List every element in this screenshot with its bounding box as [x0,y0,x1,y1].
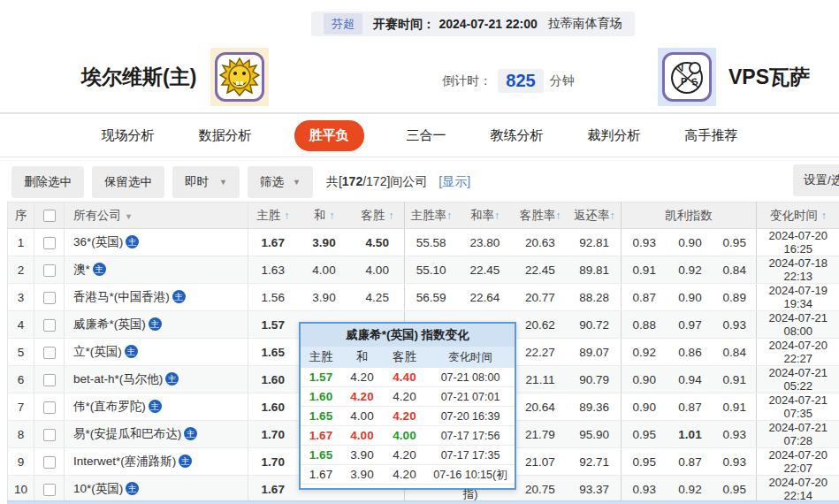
keep-selected-button[interactable]: 保留选中 [92,166,164,198]
draw-odds[interactable]: 3.90 [298,229,351,256]
company-cell[interactable]: 香港马*(中国香港)主 [65,284,248,311]
instant-dropdown[interactable]: 即时 ▼ [172,166,240,198]
col-company[interactable]: 所有公司▼ [65,202,248,229]
sort-asc-icon: ↑ [821,210,827,222]
row-checkbox[interactable] [43,319,56,332]
row-checkbox[interactable] [43,429,56,441]
company-cell[interactable]: bet-at-h*(马尔他)主 [65,366,248,393]
row-checkbox[interactable] [43,401,56,414]
row-checkbox-cell [34,421,65,448]
countdown-label: 倒计时： [442,73,492,89]
table-row[interactable]: 136*(英国)主1.673.904.5055.5823.8020.6392.8… [8,229,839,256]
home-odds[interactable]: 1.70 [248,421,298,448]
row-checkbox[interactable] [43,237,56,249]
col-home-odds[interactable]: 主胜 ↑ [248,202,298,229]
tab-expert-picks[interactable]: 高手推荐 [683,120,740,151]
tab-live-analysis[interactable]: 现场分析 [100,120,156,151]
settings-select-button[interactable]: 设置/选择 [793,164,839,196]
main-company-icon: 主 [125,345,138,358]
company-cell[interactable]: 澳*主 [65,256,248,284]
row-checkbox[interactable] [43,456,56,469]
popup-history-row: 1.674.004.0007-17 17:56 [301,426,515,446]
company-name[interactable]: 10*(英国) [73,482,123,495]
popup-change-time: 07-21 08:00 [426,368,515,386]
company-cell[interactable]: 威廉希*(英国)主 [65,311,248,339]
table-row[interactable]: 3香港马*(中国香港)主1.563.904.2556.5922.6420.778… [8,284,839,311]
draw-rate: 22.45 [458,256,513,284]
popup-away-odds: 4.00 [383,426,426,445]
row-checkbox[interactable] [43,347,56,359]
col-away-odds[interactable]: 客胜 ↑ [351,202,405,229]
row-checkbox[interactable] [43,292,56,304]
col-away-rate[interactable]: 客胜率↑ [513,202,568,229]
col-payout-rate[interactable]: 返还率↑ [568,202,622,229]
tab-win-draw-lose[interactable]: 胜平负 [294,120,364,151]
payout-rate: 95.90 [568,421,622,448]
company-name[interactable]: 36*(英国) [73,235,123,248]
tab-coach-analysis[interactable]: 教练分析 [489,120,545,151]
home-odds[interactable]: 1.57 [248,311,298,339]
kelly-value: 1.01 [667,421,713,448]
col-change-time[interactable]: 变化时间 ↑ [757,202,839,229]
popup-away-odds: 4.20 [383,446,426,464]
payout-rate: 92.71 [568,448,622,476]
table-row[interactable]: 2澳*主1.634.004.0055.1022.4522.4589.810.91… [8,256,839,284]
company-count: 共[172/172]间公司 [326,174,427,190]
home-odds[interactable]: 1.60 [248,393,298,421]
home-odds[interactable]: 1.60 [248,366,298,393]
col-home-rate[interactable]: 主胜率↑ [405,202,458,229]
col-draw-rate[interactable]: 和率↑ [458,202,513,229]
home-odds[interactable]: 1.63 [248,256,298,284]
company-name[interactable]: 香港马*(中国香港) [73,290,170,303]
popup-draw-odds: 4.20 [341,387,383,406]
row-checkbox[interactable] [43,484,56,496]
company-cell[interactable]: Interwet*(塞浦路斯)主 [65,448,248,476]
company-name[interactable]: 威廉希*(英国) [73,317,146,331]
popup-header-row: 主胜 和 客胜 变化时间 [301,347,515,368]
popup-draw-odds: 3.90 [341,465,383,484]
delete-selected-button[interactable]: 删除选中 [11,166,84,198]
league-badge[interactable]: 芬超 [324,13,362,34]
filter-dropdown[interactable]: 筛选 ▼ [248,166,313,198]
row-checkbox[interactable] [43,264,56,277]
home-odds[interactable]: 1.70 [248,448,298,476]
home-odds[interactable]: 1.67 [248,476,298,503]
company-cell[interactable]: 36*(英国)主 [65,229,248,256]
company-name[interactable]: 立*(英国) [73,345,122,358]
tab-three-in-one[interactable]: 三合一 [405,120,448,151]
home-odds[interactable]: 1.56 [248,284,298,311]
change-time: 2024-07-21 05:22 [757,366,839,393]
home-rate: 55.10 [405,256,458,284]
draw-odds[interactable]: 3.90 [298,284,351,311]
show-link[interactable]: [显示] [439,174,470,190]
company-cell[interactable]: 易*(安提瓜和巴布达)主 [65,421,248,448]
draw-odds[interactable]: 4.00 [298,256,351,284]
company-name[interactable]: 伟*(直布罗陀) [73,400,146,413]
home-odds[interactable]: 1.65 [248,339,298,366]
popup-draw-odds: 3.90 [341,446,383,464]
col-draw-odds[interactable]: 和 ↑ [298,202,351,229]
company-cell[interactable]: 伟*(直布罗陀)主 [65,393,248,421]
home-odds[interactable]: 1.67 [248,229,298,256]
company-name[interactable]: 易*(安提瓜和巴布达) [73,427,181,440]
tab-data-analysis[interactable]: 数据分析 [197,120,254,151]
company-name[interactable]: bet-at-h*(马尔他) [73,372,163,386]
away-odds[interactable]: 4.25 [351,284,405,311]
company-cell[interactable]: 10*(英国)主 [65,476,248,503]
company-name[interactable]: Interwet*(塞浦路斯) [73,454,176,468]
row-checkbox-cell [34,366,65,393]
select-all-checkbox[interactable] [43,210,56,222]
away-odds[interactable]: 4.00 [351,256,405,284]
popup-change-time: 07-17 17:35 [426,446,515,464]
company-name[interactable]: 澳* [73,263,90,276]
tab-referee-analysis[interactable]: 裁判分析 [586,120,643,151]
company-cell[interactable]: 立*(英国)主 [65,339,248,366]
row-checkbox[interactable] [43,374,56,386]
sort-asc-icon: ↑ [610,210,615,222]
countdown-unit: 分钟 [550,73,575,89]
change-time: 2024-07-21 07:35 [757,393,839,421]
venue-name: 拉蒂南体育场 [548,16,622,32]
away-odds[interactable]: 4.50 [351,229,405,256]
kelly-value: 0.90 [667,284,713,311]
row-index: 2 [8,256,34,284]
